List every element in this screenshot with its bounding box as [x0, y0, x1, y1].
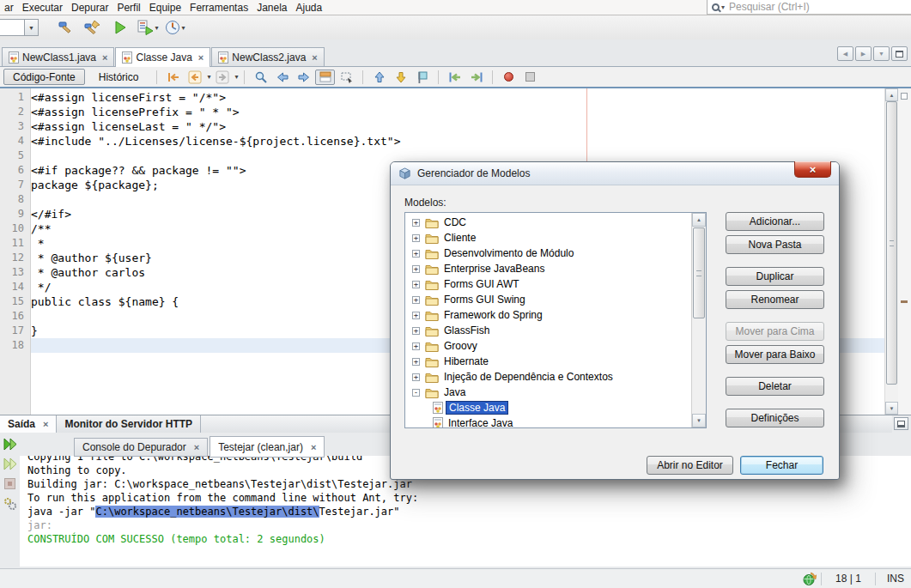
tree-item-enterprise-javabeans[interactable]: +Enterprise JavaBeans	[405, 261, 691, 276]
expand-icon[interactable]: +	[412, 296, 420, 304]
run-project-icon[interactable]	[109, 17, 131, 38]
window-tab-monitor-do-servidor-http[interactable]: Monitor do Servidor HTTP	[57, 415, 201, 433]
menu-ajuda[interactable]: Ajuda	[292, 2, 327, 14]
templates-tree-panel[interactable]: +CDC+Cliente+Desenvolvimento de Módulo+E…	[404, 212, 707, 428]
close-tab-icon[interactable]: ×	[198, 52, 203, 63]
previous-bookmark-icon[interactable]	[369, 70, 389, 85]
back-icon[interactable]	[185, 70, 204, 85]
duplicar-button[interactable]: Duplicar	[726, 267, 824, 286]
tree-item-forms-gui-awt[interactable]: +Forms GUI AWT	[405, 276, 691, 292]
clean-build-project-icon[interactable]	[82, 17, 104, 38]
console-tab-testejar-clean-jar[interactable]: Testejar (clean,jar)×	[210, 436, 325, 458]
maximize-window-icon[interactable]	[891, 46, 908, 61]
scroll-up-icon[interactable]: ▲	[885, 88, 898, 101]
expand-icon[interactable]: +	[412, 250, 420, 258]
menu-ar[interactable]: ar	[0, 2, 18, 14]
expand-icon[interactable]: +	[412, 265, 420, 273]
tree-item-forms-gui-swing[interactable]: +Forms GUI Swing	[405, 292, 691, 307]
expand-icon[interactable]: +	[412, 281, 420, 288]
editor-scrollbar[interactable]: ▲ ▼	[884, 88, 898, 415]
menu-ferramentas[interactable]: Ferramentas	[185, 2, 252, 14]
shift-right-icon[interactable]	[466, 70, 486, 85]
expand-icon[interactable]: +	[412, 342, 420, 350]
scroll-down-icon[interactable]: ▼	[885, 402, 898, 415]
close-tab-icon[interactable]: ×	[194, 442, 199, 452]
dialog-title-bar[interactable]: Gerenciador de Modelos ×	[391, 162, 839, 185]
scroll-tabs-left-icon[interactable]: ◀	[837, 46, 853, 61]
toggle-highlight-icon[interactable]	[315, 70, 335, 85]
tree-item-groovy[interactable]: +Groovy	[405, 338, 691, 354]
close-tab-icon[interactable]: ×	[312, 52, 317, 63]
minimize-window-group-icon[interactable]	[894, 417, 908, 430]
search-icon[interactable]	[712, 3, 720, 11]
close-button[interactable]: Fechar	[740, 456, 823, 475]
tree-scrollbar-thumb[interactable]	[693, 227, 705, 318]
profile-dropdown-icon[interactable]: ▾	[181, 24, 185, 32]
debug-dropdown-icon[interactable]: ▾	[155, 24, 158, 32]
tree-scroll-down-icon[interactable]: ▼	[692, 414, 706, 427]
search-input[interactable]	[729, 1, 911, 13]
project-configuration-combo[interactable]: ▼	[0, 19, 39, 36]
profile-project-icon[interactable]: ▾	[164, 17, 186, 38]
menu-equipe[interactable]: Equipe	[145, 2, 185, 14]
record-macro-icon[interactable]	[499, 70, 519, 85]
expand-icon[interactable]: +	[412, 373, 420, 381]
toggle-bookmark-icon[interactable]	[412, 70, 432, 85]
error-stripe[interactable]	[898, 88, 911, 415]
combo-dropdown-icon[interactable]: ▼	[24, 19, 39, 36]
expand-icon[interactable]: +	[412, 327, 420, 335]
scroll-tabs-right-icon[interactable]: ▶	[855, 46, 872, 61]
rectangular-selection-icon[interactable]	[337, 70, 356, 85]
close-tab-icon[interactable]: ×	[311, 442, 316, 452]
source-view-button[interactable]: Código-Fonte	[3, 69, 85, 85]
tree-item-injecao-de-dependencia-e-contextos[interactable]: +Injeção de Dependência e Contextos	[405, 369, 691, 385]
open-in-editor-button[interactable]: Abrir no Editor	[647, 456, 733, 475]
menu-perfil[interactable]: Perfil	[112, 2, 144, 14]
rerun-with-options-icon[interactable]	[3, 457, 17, 471]
nova-pasta-button[interactable]: Nova Pasta	[726, 235, 824, 254]
forward-dropdown-icon[interactable]: ▾	[234, 73, 238, 81]
tree-scrollbar[interactable]: ▲ ▼	[691, 213, 706, 427]
close-tab-icon[interactable]: ×	[102, 52, 107, 63]
renomear-button[interactable]: Renomear	[726, 290, 824, 309]
tree-item-cliente[interactable]: +Cliente	[405, 230, 691, 246]
build-project-icon[interactable]	[54, 17, 76, 38]
tree-item-classe-java[interactable]: Classe Java	[405, 400, 691, 415]
next-bookmark-icon[interactable]	[391, 70, 410, 85]
expand-icon[interactable]: +	[412, 358, 420, 366]
scrollbar-thumb[interactable]	[886, 101, 897, 385]
menu-janela[interactable]: Janela	[252, 2, 291, 14]
menu-depurar[interactable]: Depurar	[67, 2, 112, 14]
close-tab-icon[interactable]: ×	[43, 419, 48, 429]
tree-item-desenvolvimento-de-modulo[interactable]: +Desenvolvimento de Módulo	[405, 246, 691, 261]
tree-scroll-up-icon[interactable]: ▲	[692, 213, 706, 227]
console-tab-console-do-depurador[interactable]: Console do Depurador×	[74, 438, 208, 457]
shift-left-icon[interactable]	[445, 70, 465, 85]
editor-tab-newclass1-java[interactable]: NewClass1.java×	[2, 47, 114, 66]
ant-settings-icon[interactable]	[3, 496, 17, 511]
tree-item-glassfish[interactable]: +GlassFish	[405, 323, 691, 338]
tree-item-framework-do-spring[interactable]: +Framework do Spring	[405, 307, 691, 323]
stop-macro-icon[interactable]	[520, 70, 540, 85]
tree-item-java[interactable]: -Java	[405, 385, 691, 400]
editor-tab-classe-java[interactable]: Classe Java×	[115, 47, 210, 67]
forward-icon[interactable]	[212, 70, 232, 85]
debug-project-icon[interactable]: ▾	[137, 17, 159, 38]
last-edit-location-icon[interactable]	[163, 70, 183, 85]
deletar-button[interactable]: Deletar	[726, 377, 824, 396]
caret-position-mark[interactable]	[901, 300, 908, 303]
close-dialog-icon[interactable]: ×	[794, 161, 831, 178]
definicoes-button[interactable]: Definições	[726, 409, 824, 427]
rerun-build-icon[interactable]	[3, 437, 17, 452]
expand-icon[interactable]: +	[412, 312, 420, 319]
editor-tab-newclass2-java[interactable]: NewClass2.java×	[211, 47, 324, 66]
update-notification-icon[interactable]	[802, 572, 817, 586]
adicionar-button[interactable]: Adicionar...	[726, 212, 824, 231]
next-occurrence-icon[interactable]	[294, 70, 313, 85]
tree-item-cdc[interactable]: +CDC	[405, 215, 691, 230]
find-selection-icon[interactable]	[251, 70, 270, 85]
window-tab-saida[interactable]: Saída×	[0, 415, 57, 433]
expand-icon[interactable]: +	[412, 219, 420, 227]
menu-executar[interactable]: Executar	[18, 2, 67, 14]
tree-item-hibernate[interactable]: +Hibernate	[405, 354, 691, 369]
